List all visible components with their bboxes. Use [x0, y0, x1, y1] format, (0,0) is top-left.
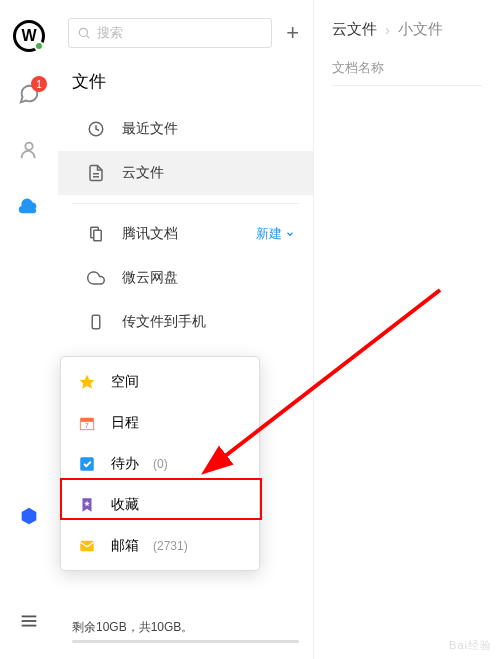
nav-send-to-phone[interactable]: 传文件到手机 — [58, 300, 313, 344]
nav-label: 微云网盘 — [122, 269, 178, 287]
sidebar-cloud-icon[interactable] — [15, 192, 43, 220]
svg-text:7: 7 — [85, 422, 89, 429]
add-button[interactable]: + — [286, 20, 299, 46]
search-row: 搜索 + — [58, 18, 313, 60]
svg-point-4 — [79, 28, 87, 36]
breadcrumb-root[interactable]: 云文件 — [332, 20, 377, 39]
content-panel: 云文件 › 小文件 文档名称 — [314, 0, 500, 659]
storage-info: 剩余10GB，共10GB。 — [58, 619, 313, 659]
checkbox-icon — [77, 454, 97, 474]
popup-mail[interactable]: 邮箱 (2731) — [61, 525, 259, 566]
section-title: 文件 — [58, 60, 313, 107]
svg-rect-10 — [94, 230, 102, 241]
chevron-down-icon — [285, 229, 295, 239]
popup-count: (2731) — [153, 539, 188, 553]
nav-label: 传文件到手机 — [122, 313, 206, 331]
breadcrumb: 云文件 › 小文件 — [332, 20, 482, 39]
cloud-disk-icon — [86, 268, 106, 288]
popup-label: 日程 — [111, 414, 139, 432]
mail-icon — [77, 536, 97, 556]
divider — [72, 203, 299, 204]
search-icon — [77, 26, 91, 40]
calendar-icon: 7 — [77, 413, 97, 433]
tencent-docs-icon — [86, 224, 106, 244]
hamburger-menu-icon[interactable] — [15, 607, 43, 635]
svg-marker-12 — [80, 374, 95, 388]
nav-cloud-files[interactable]: 云文件 — [58, 151, 313, 195]
sidebar-chat-icon[interactable]: 1 — [15, 80, 43, 108]
notification-badge: 1 — [31, 76, 47, 92]
svg-rect-11 — [92, 315, 100, 329]
sidebar-app-icon[interactable] — [15, 503, 43, 531]
svg-rect-18 — [80, 540, 94, 551]
clock-icon — [86, 119, 106, 139]
breadcrumb-current: 小文件 — [398, 20, 443, 39]
search-placeholder: 搜索 — [97, 24, 123, 42]
nav-weiyun[interactable]: 微云网盘 — [58, 256, 313, 300]
bookmark-icon — [77, 495, 97, 515]
create-new-link[interactable]: 新建 — [256, 225, 295, 243]
popup-calendar[interactable]: 7 日程 — [61, 402, 259, 443]
avatar[interactable]: W — [13, 20, 45, 52]
svg-line-5 — [87, 36, 90, 39]
column-header-name: 文档名称 — [332, 59, 482, 86]
popup-menu: 空间 7 日程 待办 (0) 收藏 邮箱 (2731) — [60, 356, 260, 571]
search-input[interactable]: 搜索 — [68, 18, 272, 48]
popup-todo[interactable]: 待办 (0) — [61, 443, 259, 484]
popup-label: 收藏 — [111, 496, 139, 514]
nav-label: 云文件 — [122, 164, 164, 182]
svg-rect-16 — [80, 457, 94, 471]
sidebar-contacts-icon[interactable] — [15, 136, 43, 164]
svg-point-0 — [25, 143, 32, 150]
storage-text: 剩余10GB，共10GB。 — [72, 620, 193, 634]
star-icon — [77, 372, 97, 392]
nav-list: 最近文件 云文件 腾讯文档 新建 微云网盘 传文件到手机 — [58, 107, 313, 344]
chevron-right-icon: › — [385, 21, 390, 38]
nav-label: 最近文件 — [122, 120, 178, 138]
popup-space[interactable]: 空间 — [61, 361, 259, 402]
popup-count: (0) — [153, 457, 168, 471]
phone-icon — [86, 312, 106, 332]
popup-label: 邮箱 — [111, 537, 139, 555]
nav-label: 腾讯文档 — [122, 225, 178, 243]
left-sidebar: W 1 — [0, 0, 58, 659]
watermark: Bai经验 — [449, 638, 492, 653]
file-icon — [86, 163, 106, 183]
popup-label: 空间 — [111, 373, 139, 391]
popup-favorites[interactable]: 收藏 — [61, 484, 259, 525]
storage-bar — [72, 640, 299, 643]
online-status-dot — [34, 41, 44, 51]
nav-tencent-docs[interactable]: 腾讯文档 新建 — [58, 212, 313, 256]
popup-label: 待办 — [111, 455, 139, 473]
nav-recent-files[interactable]: 最近文件 — [58, 107, 313, 151]
